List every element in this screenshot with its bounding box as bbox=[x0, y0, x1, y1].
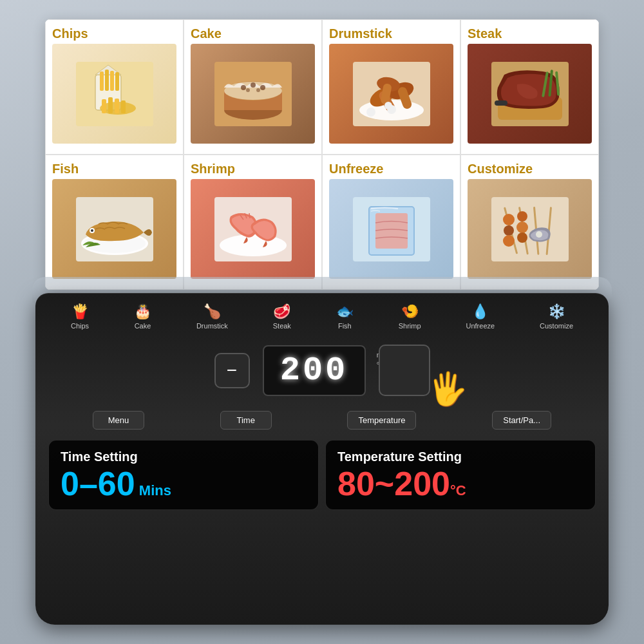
svg-point-20 bbox=[246, 88, 250, 92]
svg-point-63 bbox=[517, 232, 527, 243]
ctrl-symbol-steak: 🥩 bbox=[273, 305, 290, 319]
svg-point-45 bbox=[220, 234, 287, 256]
ctrl-icon-chips[interactable]: 🍟 Chips bbox=[71, 305, 89, 330]
food-cell-chips[interactable]: Chips bbox=[45, 19, 184, 155]
temp-unit: °C bbox=[450, 482, 466, 498]
svg-point-19 bbox=[260, 85, 265, 90]
svg-line-48 bbox=[249, 213, 250, 218]
function-buttons-row: Menu Time Temperature Start/Pa... bbox=[35, 406, 609, 435]
ctrl-icon-steak[interactable]: 🥩 Steak bbox=[273, 305, 291, 330]
ctrl-icon-shrimp[interactable]: 🍤 Shrimp bbox=[399, 305, 421, 330]
svg-rect-52 bbox=[375, 213, 408, 249]
food-cell-fish[interactable]: Fish bbox=[45, 155, 184, 290]
food-image-unfreeze bbox=[329, 179, 453, 279]
food-cell-cake[interactable]: Cake bbox=[184, 19, 322, 155]
ctrl-icon-customize[interactable]: ❄️ Customize bbox=[540, 305, 573, 330]
svg-point-60 bbox=[503, 235, 515, 247]
svg-point-32 bbox=[384, 102, 392, 109]
svg-point-62 bbox=[516, 222, 528, 233]
svg-point-17 bbox=[241, 85, 246, 90]
svg-rect-10 bbox=[115, 99, 119, 113]
svg-rect-11 bbox=[121, 100, 126, 113]
time-setting-panel: Time Setting 0–60 Mins bbox=[48, 440, 319, 510]
ctrl-icon-fish[interactable]: 🐟 Fish bbox=[336, 305, 354, 330]
plus-button[interactable]: 🖐 bbox=[379, 345, 430, 396]
temp-separator: ~ bbox=[375, 465, 394, 502]
svg-rect-9 bbox=[108, 97, 113, 113]
led-value: 200 bbox=[280, 352, 348, 390]
svg-point-21 bbox=[256, 88, 260, 92]
time-setting-title: Time Setting bbox=[61, 450, 307, 464]
control-panel: 🍟 Chips 🎂 Cake 🍗 Drumstick 🥩 Steak 🐟 Fis… bbox=[35, 293, 609, 625]
food-image-chips bbox=[52, 44, 176, 144]
food-image-drumstick bbox=[329, 44, 453, 144]
ctrl-symbol-fish: 🐟 bbox=[336, 305, 354, 319]
food-image-shrimp bbox=[191, 179, 315, 279]
info-panels: Time Setting 0–60 Mins Temperature Setti… bbox=[48, 440, 596, 510]
ctrl-icon-cake[interactable]: 🎂 Cake bbox=[134, 305, 151, 330]
svg-point-61 bbox=[517, 211, 527, 222]
food-label-chips: Chips bbox=[52, 26, 176, 41]
food-image-fish bbox=[52, 179, 176, 279]
ctrl-label-fish: Fish bbox=[338, 322, 352, 330]
ctrl-symbol-customize: ❄️ bbox=[548, 305, 565, 319]
ctrl-label-chips: Chips bbox=[71, 322, 89, 330]
svg-rect-53 bbox=[491, 197, 569, 261]
food-cell-shrimp[interactable]: Shrimp bbox=[184, 155, 322, 290]
svg-point-59 bbox=[504, 225, 514, 236]
food-grid-container: Chips bbox=[45, 19, 599, 290]
time-separator: – bbox=[79, 465, 98, 502]
ctrl-label-steak: Steak bbox=[273, 322, 291, 330]
ctrl-label-customize: Customize bbox=[540, 322, 573, 330]
food-cell-steak[interactable]: Steak bbox=[460, 19, 599, 155]
temp-setting-title: Temperature Setting bbox=[337, 450, 583, 464]
temp-setting-panel: Temperature Setting 80~200°C bbox=[325, 440, 596, 510]
food-grid: Chips bbox=[45, 19, 599, 290]
svg-rect-6 bbox=[115, 72, 119, 91]
time-end: 60 bbox=[98, 465, 135, 502]
svg-point-18 bbox=[251, 82, 256, 88]
food-label-fish: Fish bbox=[52, 162, 176, 176]
minus-button[interactable]: − bbox=[214, 353, 250, 388]
svg-rect-5 bbox=[110, 71, 114, 91]
start-pause-button[interactable]: Start/Pa... bbox=[492, 411, 551, 430]
svg-point-43 bbox=[91, 229, 93, 232]
ctrl-icon-drumstick[interactable]: 🍗 Drumstick bbox=[196, 305, 228, 330]
svg-rect-3 bbox=[100, 71, 104, 91]
ctrl-label-drumstick: Drumstick bbox=[196, 322, 228, 330]
food-image-cake bbox=[191, 44, 315, 144]
food-label-customize: Customize bbox=[468, 162, 592, 176]
ctrl-symbol-unfreeze: 💧 bbox=[471, 305, 489, 319]
food-cell-unfreeze[interactable]: Unfreeze bbox=[322, 155, 460, 290]
food-label-unfreeze: Unfreeze bbox=[329, 162, 453, 176]
ctrl-symbol-shrimp: 🍤 bbox=[401, 305, 419, 319]
food-cell-drumstick[interactable]: Drumstick bbox=[322, 19, 460, 155]
svg-rect-8 bbox=[102, 99, 106, 113]
temperature-button[interactable]: Temperature bbox=[347, 411, 416, 430]
food-image-steak bbox=[468, 44, 592, 144]
time-button[interactable]: Time bbox=[220, 411, 272, 430]
ctrl-icon-unfreeze[interactable]: 💧 Unfreeze bbox=[466, 305, 495, 330]
time-start: 0 bbox=[61, 465, 79, 502]
svg-point-26 bbox=[366, 108, 375, 117]
finger-icon: 🖐 bbox=[428, 370, 468, 408]
temp-end: 200 bbox=[394, 465, 450, 502]
ctrl-symbol-cake: 🎂 bbox=[134, 305, 151, 319]
food-label-steak: Steak bbox=[468, 26, 592, 41]
temp-setting-value: 80~200°C bbox=[337, 467, 583, 500]
svg-rect-4 bbox=[105, 70, 109, 91]
menu-button[interactable]: Menu bbox=[93, 411, 144, 430]
ctrl-label-shrimp: Shrimp bbox=[399, 322, 421, 330]
display-row: − 200 min °C 🖐 bbox=[35, 338, 609, 402]
food-cell-customize[interactable]: Customize bbox=[460, 155, 599, 290]
food-label-drumstick: Drumstick bbox=[329, 26, 453, 41]
time-unit: Mins bbox=[135, 482, 171, 498]
temp-start: 80 bbox=[337, 465, 375, 502]
led-wrapper: 200 min °C bbox=[263, 345, 366, 396]
food-label-cake: Cake bbox=[191, 26, 315, 41]
svg-point-58 bbox=[503, 214, 515, 225]
time-setting-value: 0–60 Mins bbox=[61, 467, 307, 500]
minus-icon: − bbox=[227, 360, 237, 381]
ctrl-symbol-drumstick: 🍗 bbox=[204, 305, 221, 319]
ctrl-label-cake: Cake bbox=[135, 322, 151, 330]
